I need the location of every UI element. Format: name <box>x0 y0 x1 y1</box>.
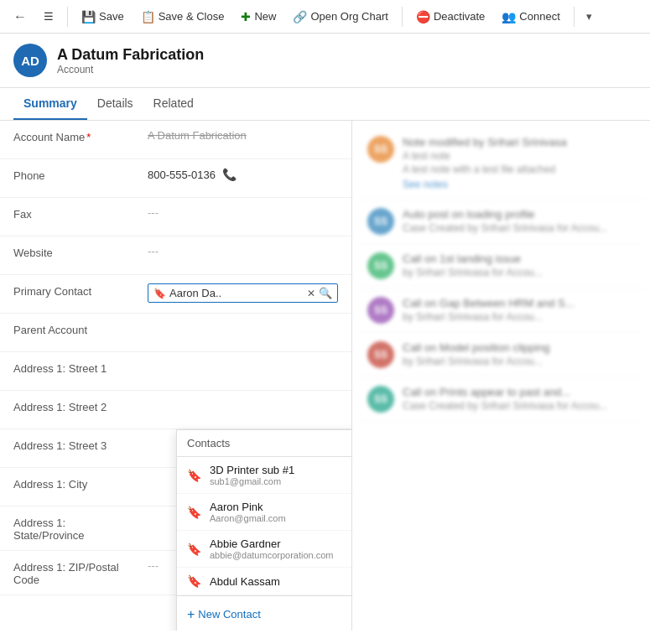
deactivate-label: Deactivate <box>434 10 485 23</box>
connect-label: Connect <box>519 10 559 23</box>
account-name-row: Account Name* A Datum Fabrication <box>0 121 351 159</box>
contact-item-0[interactable]: 🔖 3D Printer sub #1 sub1@gmail.com ∨ <box>177 457 352 494</box>
phone-label: Phone <box>13 168 148 182</box>
save-button[interactable]: 💾 Save <box>75 7 131 27</box>
contact-item-icon-2: 🔖 <box>187 543 201 556</box>
website-row: Website --- <box>0 236 351 275</box>
contact-item-name-2: Abbie Gardner <box>210 538 352 550</box>
connect-icon: 👥 <box>502 10 516 23</box>
parent-account-row: Parent Account <box>0 314 351 352</box>
toolbar-more-button[interactable]: ▾ <box>581 7 597 26</box>
contact-name-text: Aaron Da.. <box>169 287 304 299</box>
back-button[interactable]: ← <box>7 6 34 28</box>
new-contact-button[interactable]: + New Contact <box>187 607 261 622</box>
activity-item-4: SS Call on Model position clipping by Sr… <box>359 333 643 377</box>
activity-content-0: Note modified by Srihari Srinivasa A tes… <box>403 136 635 190</box>
contact-lookup-icon: 🔖 <box>153 288 166 299</box>
contact-search-button[interactable]: 🔍 <box>319 287 332 299</box>
activity-link-0[interactable]: See notes <box>403 179 635 190</box>
address-state-label: Address 1:State/Province <box>13 515 148 542</box>
address-city-label: Address 1: City <box>13 476 148 491</box>
contact-item-2[interactable]: 🔖 Abbie Gardner abbie@datumcorporation.c… <box>177 531 352 568</box>
save-close-button[interactable]: 📋 Save & Close <box>134 7 231 27</box>
parent-account-label: Parent Account <box>13 322 148 336</box>
tab-details[interactable]: Details <box>87 88 143 120</box>
deactivate-button[interactable]: ⛔ Deactivate <box>409 7 491 27</box>
save-close-icon: 📋 <box>141 10 155 23</box>
activity-item-5: SS Call on Prints appear to past and... … <box>359 377 643 422</box>
contact-item-name-3: Abdul Kassam <box>210 575 352 588</box>
activity-subtitle-4: by Srihari Srinivasa for Accou... <box>403 356 635 367</box>
contact-item-email-0: sub1@gmail.com <box>210 476 352 486</box>
activity-subtitle-3: by Srihari Srinivasa for Accou... <box>403 311 635 323</box>
deactivate-icon: ⛔ <box>416 10 430 23</box>
contact-item-3[interactable]: 🔖 Abdul Kassam ∨ <box>177 568 352 595</box>
account-name-label: Account Name* <box>13 129 148 143</box>
avatar-0: SS <box>367 136 394 163</box>
entity-title: A Datum Fabrication <box>57 46 204 64</box>
activity-title-5: Call on Prints appear to past and... <box>403 386 635 398</box>
contact-item-email-1: Aaron@gmail.com <box>210 513 352 523</box>
contact-item-info-2: Abbie Gardner abbie@datumcorporation.com <box>210 538 352 560</box>
avatar-5: SS <box>367 386 394 413</box>
fax-label: Fax <box>13 206 148 221</box>
connect-button[interactable]: 👥 Connect <box>495 7 566 27</box>
new-contact-label: New Contact <box>198 608 260 621</box>
dropdown-contacts-label: Contacts <box>187 437 230 449</box>
website-label: Website <box>13 245 148 259</box>
page-header: AD A Datum Fabrication Account <box>0 34 650 88</box>
activity-title-2: Call on 1st landing issue <box>403 252 635 265</box>
tab-summary[interactable]: Summary <box>13 88 87 120</box>
activity-content-1: Auto post on loading profile Case Create… <box>403 208 635 235</box>
open-org-chart-label: Open Org Chart <box>310 10 388 23</box>
contact-clear-button[interactable]: ✕ <box>307 288 315 299</box>
avatar-4: SS <box>367 341 394 368</box>
tab-related[interactable]: Related <box>143 88 204 120</box>
open-org-chart-button[interactable]: 🔗 Open Org Chart <box>286 7 395 27</box>
activity-title-3: Call on Gap Between HRM and S... <box>403 297 635 309</box>
phone-number: 800-555-0136 <box>148 169 216 181</box>
account-name-value: A Datum Fabrication <box>148 129 338 142</box>
nav-icon: ☰ <box>44 10 54 23</box>
activity-subtitle-5: Case Created by Srihari Srinivasa for Ac… <box>403 400 635 412</box>
activity-item-2: SS Call on 1st landing issue by Srihari … <box>359 244 643 288</box>
contacts-dropdown: Contacts Recent records 🔖 3D Printer sub… <box>176 429 352 631</box>
entity-type: Account <box>57 64 204 75</box>
activity-item-1: SS Auto post on loading profile Case Cre… <box>359 200 643 244</box>
new-label: New <box>254 10 276 23</box>
activity-subtitle-2: by Srihari Srinivasa for Accou... <box>403 267 635 278</box>
new-icon: ✚ <box>241 10 251 23</box>
activity-subtitle-0: A test note <box>403 150 635 162</box>
save-icon: 💾 <box>81 10 96 23</box>
dropdown-header: Contacts Recent records <box>177 430 352 457</box>
primary-contact-label: Primary Contact <box>13 283 148 298</box>
avatar-3: SS <box>367 297 394 324</box>
avatar: AD <box>13 44 47 77</box>
dropdown-list: 🔖 3D Printer sub #1 sub1@gmail.com ∨ 🔖 A… <box>177 457 352 595</box>
fax-value: --- <box>148 206 338 219</box>
activity-content-4: Call on Model position clipping by Sriha… <box>403 341 635 368</box>
phone-icon: 📞 <box>222 168 237 181</box>
dropdown-footer: + New Contact Advanced lookup <box>177 595 352 631</box>
primary-contact-value: 🔖 Aaron Da.. ✕ 🔍 <box>148 283 338 303</box>
new-button[interactable]: ✚ New <box>234 7 283 27</box>
nav-icon-button[interactable]: ☰ <box>37 7 60 26</box>
contact-item-name-1: Aaron Pink <box>210 501 352 513</box>
contact-item-1[interactable]: 🔖 Aaron Pink Aaron@gmail.com ∨ <box>177 494 352 531</box>
activity-title-1: Auto post on loading profile <box>403 208 635 221</box>
activity-content-3: Call on Gap Between HRM and S... by Srih… <box>403 297 635 324</box>
activity-subtitle-1: Case Created by Srihari Srinivasa for Ac… <box>403 222 635 234</box>
activity-panel: SS Note modified by Srihari Srinivasa A … <box>352 121 650 631</box>
activity-item-3: SS Call on Gap Between HRM and S... by S… <box>359 288 643 333</box>
address-street3-label: Address 1: Street 3 <box>13 438 148 452</box>
activity-title-4: Call on Model position clipping <box>403 341 635 354</box>
contact-item-info-1: Aaron Pink Aaron@gmail.com <box>210 501 352 523</box>
tabs: Summary Details Related <box>0 88 650 121</box>
address-street2-label: Address 1: Street 2 <box>13 399 148 413</box>
address-street1-label: Address 1: Street 1 <box>13 361 148 375</box>
activity-sub2-0: A test note with a test file attached <box>403 164 635 175</box>
contact-field[interactable]: 🔖 Aaron Da.. ✕ 🔍 <box>148 283 338 303</box>
save-label: Save <box>99 10 124 23</box>
toolbar: ← ☰ 💾 Save 📋 Save & Close ✚ New 🔗 Open O… <box>0 0 650 34</box>
contact-item-name-0: 3D Printer sub #1 <box>210 464 352 476</box>
